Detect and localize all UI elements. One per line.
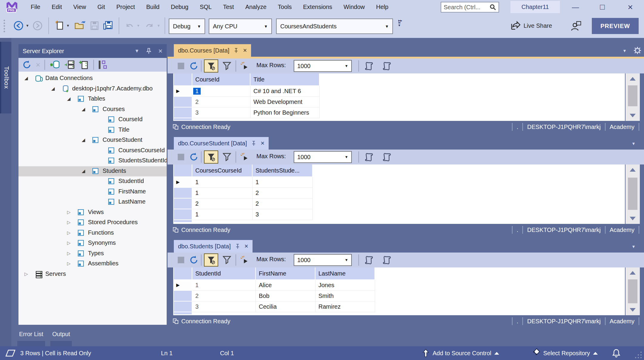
scrollbar-thumb[interactable] <box>628 85 637 106</box>
max-rows-dropdown[interactable]: 1000 ▼ <box>294 151 352 163</box>
selected-cell[interactable]: 1 <box>193 88 201 95</box>
menu-project[interactable]: Project <box>112 2 139 12</box>
navigate-back-button[interactable] <box>13 17 24 34</box>
new-row-selector[interactable] <box>174 220 192 223</box>
menu-extensions[interactable]: Extensions <box>299 2 337 12</box>
solution-name-tab[interactable]: Chapter11 <box>510 1 560 13</box>
scroll-down-icon[interactable] <box>630 308 636 312</box>
current-row-marker[interactable]: ▶ <box>174 280 192 291</box>
script-wand-icon[interactable] <box>240 152 250 162</box>
row-selector[interactable] <box>174 209 192 220</box>
tab-dbo-students[interactable]: dbo.Students [Data] × <box>174 240 253 253</box>
add-to-source-control-button[interactable]: Add to Source Control <box>422 349 499 358</box>
filter-icon[interactable] <box>222 153 231 161</box>
auto-hide-all-icon[interactable] <box>98 60 107 70</box>
expander-icon[interactable] <box>24 271 28 277</box>
tree-item-firstname-column[interactable]: FirstName <box>18 187 167 197</box>
cell-courseid[interactable]: 1 <box>192 86 250 97</box>
tab-error-list[interactable]: Error List <box>18 331 44 338</box>
tree-item-assemblies[interactable]: Assemblies <box>18 259 167 269</box>
expander-icon[interactable] <box>67 230 71 236</box>
menu-help[interactable]: Help <box>372 2 393 12</box>
row-selector-header[interactable] <box>174 73 192 86</box>
remove-filter-button[interactable] <box>204 59 218 73</box>
pin-icon[interactable] <box>235 243 240 249</box>
new-row-selector[interactable] <box>174 118 192 121</box>
column-header-studentid[interactable]: StudentId <box>192 267 256 280</box>
menu-build[interactable]: Build <box>142 2 164 12</box>
tree-item-lastname-column[interactable]: LastName <box>18 197 167 207</box>
open-folder-icon[interactable] <box>74 17 86 34</box>
stop-icon[interactable] <box>178 154 184 160</box>
menu-debug[interactable]: Debug <box>166 2 193 12</box>
scroll-up-icon[interactable] <box>630 77 636 81</box>
expander-icon[interactable] <box>67 251 71 256</box>
row-selector[interactable] <box>174 301 192 312</box>
cell[interactable]: 1 <box>192 209 253 220</box>
tree-item-courses-table[interactable]: Courses <box>18 104 167 115</box>
redo-dropdown[interactable]: ▼ <box>157 17 160 34</box>
cell-courseid[interactable]: 2 <box>192 97 250 107</box>
current-row-marker[interactable]: ▶ <box>174 177 192 188</box>
close-tab-icon[interactable]: × <box>261 139 264 147</box>
new-file-dropdown[interactable]: ▼ <box>66 17 70 34</box>
tree-item-coursestudent-table[interactable]: CourseStudent <box>18 135 167 145</box>
tree-item-synonyms[interactable]: Synonyms <box>18 238 167 248</box>
cell-lastname[interactable]: Jones <box>315 280 375 291</box>
cell-title[interactable]: C# 10 and .NET 6 <box>250 86 320 97</box>
row-selector[interactable] <box>174 107 192 118</box>
cell[interactable]: 1 <box>192 177 253 188</box>
expander-icon[interactable] <box>51 86 55 91</box>
tree-item-views[interactable]: Views <box>18 207 167 218</box>
students-grid-scrollbar[interactable] <box>626 267 640 315</box>
cell-lastname[interactable]: Ramirez <box>315 301 375 312</box>
column-header-title[interactable]: Title <box>250 73 320 86</box>
menu-window[interactable]: Window <box>339 2 369 12</box>
resize-grip[interactable] <box>634 351 642 359</box>
menu-git[interactable]: Git <box>93 2 110 12</box>
cell[interactable]: 2 <box>253 188 313 199</box>
menu-edit[interactable]: Edit <box>47 2 66 12</box>
menu-tools[interactable]: Tools <box>273 2 296 12</box>
tree-item-stored-procedures[interactable]: Stored Procedures <box>18 218 167 228</box>
maximize-button[interactable]: □ <box>593 0 612 14</box>
row-selector[interactable] <box>174 97 192 107</box>
column-header-firstname[interactable]: FirstName <box>256 267 315 280</box>
tab-dbo-courses[interactable]: dbo.Courses [Data] × <box>174 44 251 57</box>
column-header-lastname[interactable]: LastName <box>315 267 375 280</box>
live-share-button[interactable]: Live Share <box>510 17 552 34</box>
close-tab-icon[interactable]: × <box>243 47 247 54</box>
scroll-down-icon[interactable] <box>630 217 636 220</box>
tree-item-types[interactable]: Types <box>18 249 167 259</box>
sql-script-pane-icon[interactable] <box>364 255 374 265</box>
coursestudent-grid-scrollbar[interactable] <box>626 164 640 224</box>
courses-grid-scrollbar[interactable] <box>626 73 640 121</box>
cell[interactable]: 1 <box>253 177 313 188</box>
current-row-marker[interactable]: ▶ <box>174 86 192 97</box>
refresh-icon[interactable] <box>189 152 199 162</box>
diagram-pane-icon[interactable] <box>382 61 392 71</box>
new-file-icon[interactable] <box>54 17 64 34</box>
toolbox-tab[interactable]: Toolbox <box>0 42 11 113</box>
save-all-icon[interactable] <box>103 17 114 34</box>
tab-output[interactable]: Output <box>52 331 71 338</box>
feedback-icon[interactable] <box>570 20 583 34</box>
tree-item-servers[interactable]: Servers <box>18 269 167 279</box>
save-icon[interactable] <box>89 17 100 34</box>
tree-item-studentid-column[interactable]: StudentId <box>18 176 167 187</box>
redo-icon[interactable] <box>144 17 155 34</box>
script-wand-icon[interactable] <box>240 61 250 71</box>
tree-item-courseid-column[interactable]: CourseId <box>18 115 167 125</box>
undo-icon[interactable] <box>124 17 135 34</box>
close-button[interactable]: × <box>621 0 640 14</box>
gear-icon[interactable] <box>633 46 642 55</box>
search-input[interactable]: Search (Ctrl... <box>441 2 499 13</box>
navigate-back-dropdown[interactable]: ▼ <box>26 17 29 34</box>
column-header-courseid[interactable]: CourseId <box>192 73 250 86</box>
expander-icon[interactable] <box>82 137 85 143</box>
refresh-icon[interactable] <box>22 60 32 70</box>
window-position-dropdown-icon[interactable]: ▼ <box>134 48 139 54</box>
expander-icon[interactable] <box>67 96 71 101</box>
refresh-icon[interactable] <box>189 255 199 265</box>
server-explorer-header[interactable]: Server Explorer ▼ × <box>18 44 167 58</box>
